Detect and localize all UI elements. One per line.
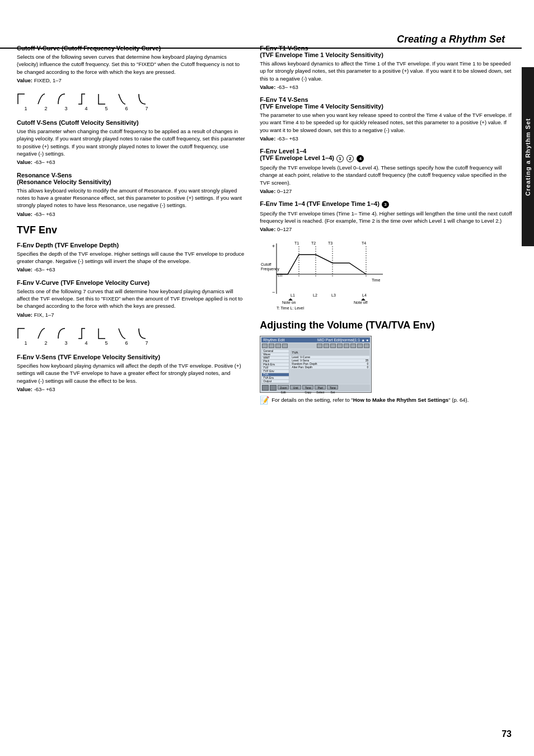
svg-text:Note off: Note off [354,300,367,304]
ss-row-tvf-env: TVF Env [262,370,289,373]
page-number: 73 [502,729,512,739]
ss-bottom-bar: Zoom Edit Unit Tone Copy Part Select Ton… [261,384,370,391]
page-title: Creating a Rhythm Set [0,34,505,45]
fenv-depth-body: Specifies the depth of the TVF envelope.… [17,250,246,265]
curve-5: 5 [97,90,115,111]
cutoff-vcurve-body: Selects one of the following seven curve… [17,53,246,76]
curve-2: 2 [37,90,55,111]
ss-select-btn: Part Select [315,385,326,389]
svg-text:T: Time   L: Level: T: Time L: Level [277,306,304,310]
ss-row-tva: TVA [262,373,289,376]
svg-marker-22 [288,298,293,300]
note-icon: 📝 [260,396,269,404]
fenv-vcurve-title: F-Env V-Curve (TVF Envelope Velocity Cur… [17,279,246,286]
svg-text:L0:: L0: [278,273,283,277]
ss-row-wmt: WMT [262,356,289,359]
curve-6: 6 [118,90,135,111]
fenv-curve-1: 1 [17,324,35,346]
ss-tool-btn [357,344,363,348]
fenv-level-value: Value: 0–127 [260,187,516,195]
ss-row-output: Output [262,380,289,383]
circle-4: 4 [357,155,364,162]
svg-text:Note on: Note on [282,300,296,304]
ss-back-btn [270,385,277,391]
fenv-curve-diagram: 1 2 3 4 [17,322,246,348]
ss-unit-btn: Unit [290,385,301,389]
cutoff-vsens-value: Value: -63– +63 [17,158,246,166]
fenv-depth-value: Value: -63– +63 [17,266,246,273]
adj-heading: Adjusting the Volume (TVA/TVA Env) [260,320,516,331]
ss-row-pitch: Pitch [262,360,289,363]
ss-tool-btn [324,344,329,348]
fenv-vsens-value: Value: -63– +63 [17,386,246,393]
fenv-time-value: Value: 0–127 [260,226,516,233]
fenv-curve-2: 2 [37,324,55,346]
fenv-vcurve-value: Value: FIX, 1–7 [17,311,246,318]
ss-home-btn [262,385,269,391]
svg-text:L3: L3 [331,293,336,297]
ss-sidebar: General Wave WMT Pitch Pitch Env TVF TVF… [261,349,289,384]
ss-tool-btn [275,344,281,348]
svg-text:−: − [272,289,275,295]
svg-text:Time: Time [372,278,380,282]
tvf-env-heading: TVF Env [17,224,246,236]
fenv-level-title: F-Env Level 1–4 (TVF Envelope Level 1–4)… [260,148,516,162]
fenv-t1-body: This allows keyboard dynamics to affect … [260,60,516,82]
ss-row-general: General [262,350,289,353]
svg-text:Cutoff: Cutoff [261,262,271,266]
fenv-curve-6: 6 [118,324,135,346]
svg-marker-23 [361,298,366,300]
fenv-t4-title: F-Env T4 V-Sens(TVF Envelope Time 4 Velo… [260,96,516,110]
resonance-vsens-title: Resonance V-Sens(Resonance Velocity Sens… [17,172,246,185]
ss-tool-btn [262,344,268,348]
fenv-vcurve-body: Selects one of the following 7 curves th… [17,288,246,310]
side-tab-label: Creating a Rhythm Set [524,118,531,196]
svg-text:T1: T1 [294,241,299,245]
ss-tool-btn [364,344,369,348]
ss-copy-btn: Tone Copy [302,385,313,389]
ss-tool-btn [317,344,322,348]
ss-tool-btn [350,344,356,348]
ss-row-wave: Wave [262,353,289,356]
ss-zoom-btn: Zoom Edit [278,385,289,389]
ss-row-pitch-env: Pitch Env [262,363,289,366]
side-tab: Creating a Rhythm Set [522,67,534,246]
fenv-time-body: Specify the TVF envelope times (Time 1– … [260,210,516,225]
cutoff-vcurve-title: Cutoff V-Curve (Cutoff Frequency Velocit… [17,45,246,51]
ss-toolbar [261,343,370,349]
svg-text:L4: L4 [362,293,367,297]
fenv-vsens-body: Specifies how keyboard playing dynamics … [17,362,246,384]
fenv-curve-4: 4 [77,324,95,346]
envelope-diagram: + − Cutoff Frequency Time [260,238,516,312]
svg-text:+: + [272,243,275,249]
left-column: Cutoff V-Curve (Cutoff Frequency Velocit… [17,45,246,728]
ss-tool-btn [269,344,274,348]
fenv-t4-body: The parameter to use when you want key r… [260,111,516,134]
ss-main-area: TVA Level: V-Curve Level: V-Sens35 Rando… [290,349,370,384]
curve-7: 7 [138,90,156,111]
main-content: Cutoff V-Curve (Cutoff Frequency Velocit… [17,45,516,728]
fenv-t4-value: Value: -63– +63 [260,135,516,142]
note-text: For details on the setting, refer to "Ho… [271,396,469,403]
curve-1: 1 [17,90,35,111]
circle-3: 3 [382,201,389,208]
cutoff-vcurve-value: Value: FIXED, 1–7 [17,77,246,84]
ss-main-row2: Level: V-Sens35 [291,359,369,362]
fenv-t1-title: F-Env T1 V-Sens(TVF Envelope Time 1 Velo… [260,45,516,58]
fenv-curve-3: 3 [57,324,75,346]
fenv-curve-7: 7 [138,324,156,346]
cutoff-curve-diagram: 1 2 3 4 [17,87,246,114]
svg-text:L1: L1 [291,293,295,297]
ss-main-row3: Random Pan: Depth0 [291,363,369,365]
ss-row-tva-env: TVA Env [262,377,289,379]
ss-set-btn: Tone Set [327,385,338,389]
svg-text:L2: L2 [313,293,317,297]
cutoff-vsens-body: Use this parameter when changing the cut… [17,128,246,157]
ss-content: General Wave WMT Pitch Pitch Env TVF TVF… [261,349,370,384]
svg-text:T3: T3 [328,241,332,245]
ss-titlebar: Rhythm Edit MID Part Edit|normal|1:1 ▲ ● [261,337,370,342]
ss-tool-btn [282,344,288,348]
resonance-vsens-value: Value: -63– +63 [17,210,246,218]
svg-text:Frequency: Frequency [261,267,280,271]
fenv-level-body: Specify the TVF envelope levels (Level 0… [260,164,516,186]
